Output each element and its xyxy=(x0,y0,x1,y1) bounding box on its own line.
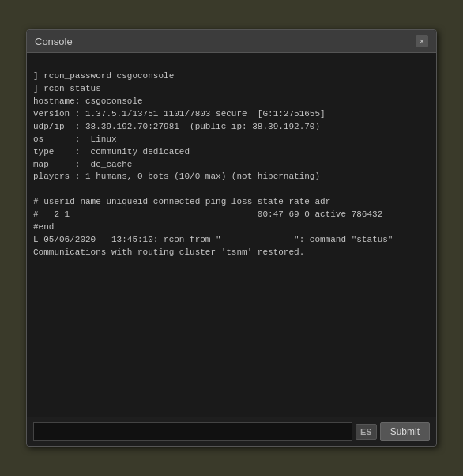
close-button[interactable]: × xyxy=(416,35,428,47)
submit-button[interactable]: Submit xyxy=(380,422,430,441)
console-input[interactable] xyxy=(33,422,352,441)
es-badge: ES xyxy=(356,424,377,440)
window-title: Console xyxy=(35,36,73,47)
console-output: ] rcon_password csgoconsole ] rcon statu… xyxy=(27,53,436,417)
title-bar: Console × xyxy=(27,30,436,53)
console-window: Console × ] rcon_password csgoconsole ] … xyxy=(26,29,437,447)
output-text: ] rcon_password csgoconsole ] rcon statu… xyxy=(33,71,393,257)
input-row: ES Submit xyxy=(27,417,436,446)
